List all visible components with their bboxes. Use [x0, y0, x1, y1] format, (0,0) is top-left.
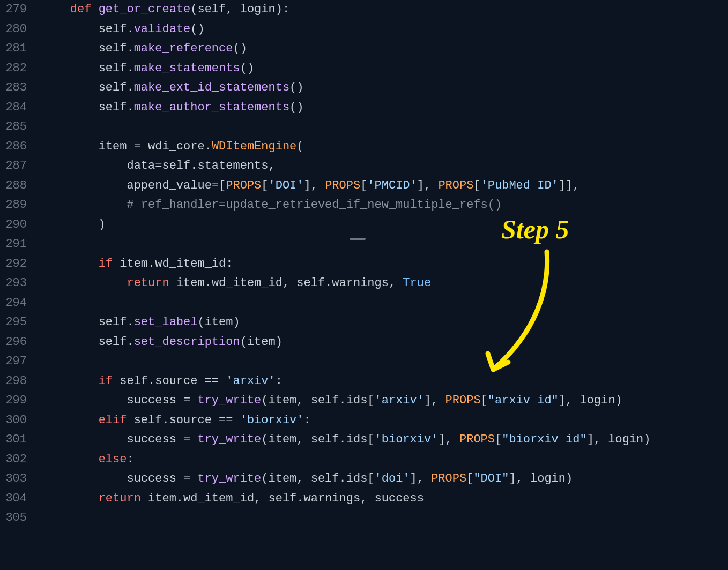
- line-number: 290: [0, 215, 27, 235]
- line-number: 287: [0, 156, 27, 176]
- code-line[interactable]: success = try_write(item, self.ids['doi'…: [42, 469, 728, 489]
- line-number: 284: [0, 98, 27, 118]
- code-line[interactable]: if self.source == 'arxiv':: [42, 372, 728, 392]
- line-number: 280: [0, 20, 27, 40]
- code-line[interactable]: [42, 352, 728, 372]
- line-number: 286: [0, 137, 27, 157]
- line-number: 297: [0, 352, 27, 372]
- line-number: 296: [0, 333, 27, 352]
- line-number: 282: [0, 59, 27, 79]
- line-number: 301: [0, 430, 27, 450]
- line-number: 304: [0, 489, 27, 509]
- code-line[interactable]: [42, 117, 728, 137]
- code-line[interactable]: return item.wd_item_id, self.warnings, s…: [42, 489, 728, 509]
- line-number: 285: [0, 117, 27, 137]
- code-line[interactable]: self.validate(): [42, 20, 728, 40]
- code-line[interactable]: [42, 294, 728, 313]
- line-number: 298: [0, 372, 27, 392]
- line-number: 302: [0, 450, 27, 470]
- line-number: 293: [0, 274, 27, 294]
- code-line[interactable]: [42, 235, 728, 254]
- line-number: 299: [0, 391, 27, 411]
- code-line[interactable]: item = wdi_core.WDItemEngine(: [42, 137, 728, 157]
- line-number: 300: [0, 411, 27, 431]
- code-line[interactable]: return item.wd_item_id, self.warnings, T…: [42, 274, 728, 294]
- code-line[interactable]: else:: [42, 450, 728, 470]
- code-line[interactable]: elif self.source == 'biorxiv':: [42, 411, 728, 431]
- line-number-gutter: 2792802812822832842852862872882892902912…: [0, 0, 42, 528]
- line-number: 281: [0, 39, 27, 59]
- code-line[interactable]: [42, 508, 728, 528]
- line-number: 291: [0, 235, 27, 254]
- code-line[interactable]: if item.wd_item_id:: [42, 254, 728, 274]
- code-editor[interactable]: 2792802812822832842852862872882892902912…: [0, 0, 728, 528]
- line-number: 288: [0, 176, 27, 196]
- line-number: 283: [0, 78, 27, 98]
- line-number: 295: [0, 313, 27, 333]
- code-content[interactable]: def get_or_create(self, login): self.val…: [42, 0, 728, 528]
- fold-indicator: [350, 238, 366, 240]
- code-line[interactable]: self.set_label(item): [42, 313, 728, 333]
- line-number: 289: [0, 196, 27, 215]
- code-line[interactable]: self.make_reference(): [42, 39, 728, 59]
- code-line[interactable]: append_value=[PROPS['DOI'], PROPS['PMCID…: [42, 176, 728, 196]
- code-line[interactable]: self.make_author_statements(): [42, 98, 728, 118]
- code-line[interactable]: self.make_ext_id_statements(): [42, 78, 728, 98]
- line-number: 303: [0, 469, 27, 489]
- code-line[interactable]: data=self.statements,: [42, 156, 728, 176]
- line-number: 294: [0, 294, 27, 313]
- line-number: 279: [0, 0, 27, 20]
- code-line[interactable]: self.make_statements(): [42, 59, 728, 79]
- code-line[interactable]: success = try_write(item, self.ids['arxi…: [42, 391, 728, 411]
- code-line[interactable]: self.set_description(item): [42, 333, 728, 352]
- line-number: 292: [0, 254, 27, 274]
- code-line[interactable]: success = try_write(item, self.ids['bior…: [42, 430, 728, 450]
- code-line[interactable]: # ref_handler=update_retrieved_if_new_mu…: [42, 196, 728, 215]
- code-line[interactable]: def get_or_create(self, login):: [42, 0, 728, 20]
- line-number: 305: [0, 508, 27, 528]
- code-line[interactable]: ): [42, 215, 728, 235]
